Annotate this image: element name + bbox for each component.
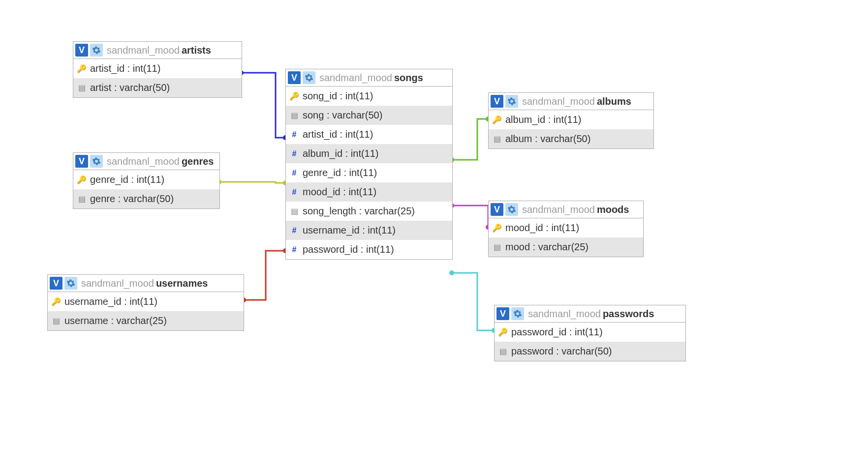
table-name-label: genres <box>182 156 214 167</box>
gear-icon-svg <box>66 279 75 288</box>
view-icon[interactable]: V <box>288 71 301 84</box>
gear-icon-svg <box>507 205 516 214</box>
gear-icon[interactable] <box>90 155 103 168</box>
table-header[interactable]: Vsandmanl_mood moods <box>489 201 643 218</box>
primary-key-icon: 🔑 <box>290 91 299 101</box>
column-row[interactable]: 🔑password_id : int(11) <box>495 323 685 342</box>
column-label: genre_id : int(11) <box>90 174 164 185</box>
column-label: username : varchar(25) <box>64 315 167 326</box>
column-row[interactable]: 🔑username_id : int(11) <box>48 292 244 311</box>
table-moods[interactable]: Vsandmanl_mood moods🔑mood_id : int(11)▤m… <box>488 201 644 257</box>
database-name: sandmanl_mood <box>107 45 180 56</box>
table-header[interactable]: Vsandmanl_mood genres <box>73 153 219 170</box>
column-label: artist_id : int(11) <box>303 129 373 140</box>
view-icon[interactable]: V <box>75 155 88 168</box>
column-row[interactable]: ▤genre : varchar(50) <box>73 189 219 208</box>
table-header[interactable]: Vsandmanl_mood usernames <box>48 275 244 292</box>
column-label: genre_id : int(11) <box>303 167 377 178</box>
column-row[interactable]: #album_id : int(11) <box>286 144 452 163</box>
gear-icon[interactable] <box>511 307 524 320</box>
gear-icon[interactable] <box>505 203 518 216</box>
view-icon[interactable]: V <box>491 95 503 108</box>
table-name-label: albums <box>597 96 631 107</box>
column-label: username_id : int(11) <box>64 296 157 307</box>
foreign-key-icon: # <box>290 245 299 254</box>
column-row[interactable]: ▤password : varchar(50) <box>495 342 685 361</box>
column-row[interactable]: #artist_id : int(11) <box>286 125 452 144</box>
column-row[interactable]: #genre_id : int(11) <box>286 163 452 182</box>
table-header[interactable]: Vsandmanl_mood songs <box>286 69 452 87</box>
table-header[interactable]: Vsandmanl_mood artists <box>73 42 242 59</box>
gear-icon-svg <box>92 157 101 166</box>
column-row[interactable]: ▤song : varchar(50) <box>286 106 452 125</box>
column-label: artist : varchar(50) <box>90 82 170 93</box>
svg-point-10 <box>449 270 454 275</box>
primary-key-icon: 🔑 <box>498 327 507 337</box>
table-genres[interactable]: Vsandmanl_mood genres🔑genre_id : int(11)… <box>73 152 220 209</box>
column-row[interactable]: 🔑album_id : int(11) <box>489 110 653 129</box>
view-icon[interactable]: V <box>50 277 62 290</box>
column-row[interactable]: 🔑artist_id : int(11) <box>73 59 242 78</box>
primary-key-icon: 🔑 <box>493 223 501 233</box>
gear-icon-svg <box>513 309 522 318</box>
table-name-label: artists <box>182 45 211 56</box>
column-label: password_id : int(11) <box>511 326 603 338</box>
gear-icon[interactable] <box>505 95 518 108</box>
text-column-icon: ▤ <box>290 207 299 216</box>
gear-icon[interactable] <box>90 44 103 57</box>
column-row[interactable]: ▤mood : varchar(25) <box>489 237 643 257</box>
primary-key-icon: 🔑 <box>52 297 61 306</box>
view-icon[interactable]: V <box>491 203 503 216</box>
table-usernames[interactable]: Vsandmanl_mood usernames🔑username_id : i… <box>47 274 244 331</box>
column-row[interactable]: 🔑genre_id : int(11) <box>73 170 219 189</box>
table-songs[interactable]: Vsandmanl_mood songs🔑song_id : int(11)▤s… <box>285 69 453 260</box>
column-row[interactable]: ▤album : varchar(50) <box>489 129 653 148</box>
column-label: username_id : int(11) <box>303 225 396 236</box>
gear-icon-svg <box>507 97 516 106</box>
database-name: sandmanl_mood <box>81 278 154 289</box>
database-name: sandmanl_mood <box>522 96 595 107</box>
column-label: album_id : int(11) <box>303 148 379 159</box>
text-column-icon: ▤ <box>77 194 86 204</box>
column-label: song_length : varchar(25) <box>303 206 415 217</box>
column-row[interactable]: #password_id : int(11) <box>286 240 452 259</box>
column-row[interactable]: 🔑song_id : int(11) <box>286 87 452 106</box>
table-name-label: songs <box>394 72 423 84</box>
table-name-label: moods <box>597 204 629 215</box>
column-row[interactable]: ▤song_length : varchar(25) <box>286 202 452 221</box>
column-label: album : varchar(50) <box>505 133 590 145</box>
table-artists[interactable]: Vsandmanl_mood artists🔑artist_id : int(1… <box>73 41 242 98</box>
column-row[interactable]: #mood_id : int(11) <box>286 182 452 202</box>
column-label: genre : varchar(50) <box>90 193 174 205</box>
column-label: password_id : int(11) <box>303 244 394 255</box>
database-name: sandmanl_mood <box>528 308 601 320</box>
foreign-key-icon: # <box>290 149 299 158</box>
foreign-key-icon: # <box>290 226 299 235</box>
view-icon[interactable]: V <box>496 307 509 320</box>
table-header[interactable]: Vsandmanl_mood albums <box>489 93 653 110</box>
primary-key-icon: 🔑 <box>77 64 86 73</box>
text-column-icon: ▤ <box>290 111 299 120</box>
column-row[interactable]: ▤username : varchar(25) <box>48 311 244 330</box>
view-icon[interactable]: V <box>75 44 88 57</box>
column-label: song : varchar(50) <box>303 110 382 121</box>
gear-icon[interactable] <box>303 71 315 84</box>
column-row[interactable]: ▤artist : varchar(50) <box>73 78 242 97</box>
text-column-icon: ▤ <box>493 134 501 144</box>
primary-key-icon: 🔑 <box>493 115 501 124</box>
column-row[interactable]: 🔑mood_id : int(11) <box>489 218 643 237</box>
table-passwords[interactable]: Vsandmanl_mood passwords🔑password_id : i… <box>494 305 686 361</box>
table-albums[interactable]: Vsandmanl_mood albums🔑album_id : int(11)… <box>488 92 654 149</box>
column-label: password : varchar(50) <box>511 346 612 357</box>
text-column-icon: ▤ <box>77 83 86 92</box>
column-row[interactable]: #username_id : int(11) <box>286 221 452 240</box>
column-label: mood : varchar(25) <box>505 241 589 253</box>
foreign-key-icon: # <box>290 130 299 139</box>
text-column-icon: ▤ <box>498 347 507 356</box>
table-header[interactable]: Vsandmanl_mood passwords <box>495 305 685 323</box>
primary-key-icon: 🔑 <box>77 175 86 184</box>
foreign-key-icon: # <box>290 169 299 178</box>
column-label: album_id : int(11) <box>505 114 582 125</box>
gear-icon[interactable] <box>64 277 77 290</box>
column-label: mood_id : int(11) <box>505 222 579 234</box>
